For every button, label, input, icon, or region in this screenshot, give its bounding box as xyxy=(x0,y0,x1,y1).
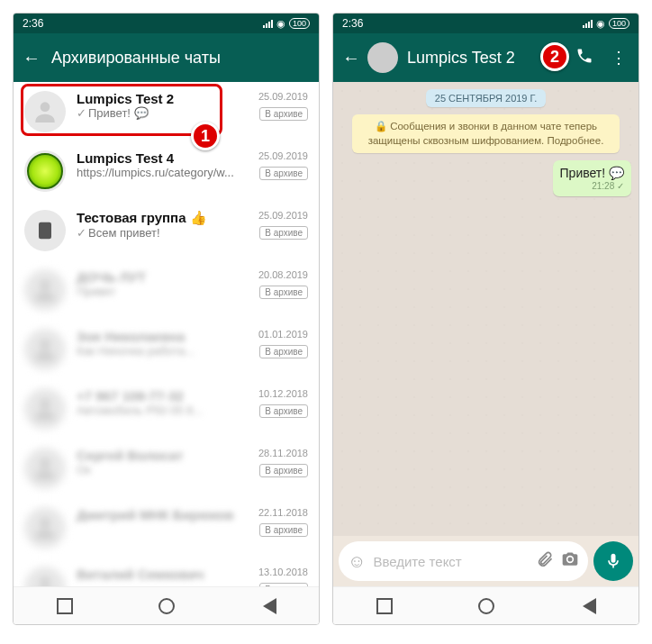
archived-badge: В архиве xyxy=(259,107,308,121)
chat-row[interactable]: Зоя НиколаевнаКак Ниночка работа...01.01… xyxy=(14,320,319,379)
svg-point-3 xyxy=(41,340,50,349)
chat-date: 22.11.2018 xyxy=(247,507,308,518)
battery-icon: 100 xyxy=(289,18,310,29)
svg-point-6 xyxy=(41,518,50,528)
archived-badge: В архиве xyxy=(259,523,308,537)
status-bar: 2:36 ◉ 100 xyxy=(14,14,319,33)
message-bubble-outgoing[interactable]: Привет! 💬 21:28 ✓ xyxy=(553,160,631,196)
app-bar-archived: ← Архивированные чаты xyxy=(14,33,319,82)
archived-badge: В архиве xyxy=(259,583,308,586)
status-icons: ◉ 100 xyxy=(583,18,629,30)
svg-point-5 xyxy=(41,458,50,468)
chat-avatar[interactable] xyxy=(367,42,398,73)
chat-name: Дмитрий МНК Бирюков xyxy=(77,507,236,522)
android-nav-bar xyxy=(333,586,638,624)
message-input[interactable]: ☺ Введите текст xyxy=(339,541,588,581)
avatar[interactable] xyxy=(24,388,66,430)
chat-date: 28.11.2018 xyxy=(247,448,308,458)
message-meta: 21:28 ✓ xyxy=(560,181,624,191)
chat-row[interactable]: Дмитрий МНК Бирюков 22.11.2018В архиве xyxy=(14,498,319,558)
avatar[interactable] xyxy=(24,210,66,251)
chat-last-message: Как Ниночка работа... xyxy=(77,344,236,358)
nav-back-icon[interactable] xyxy=(580,598,596,614)
message-input-bar: ☺ Введите текст xyxy=(333,536,638,586)
chat-row[interactable]: Тестовая группа 👍✓Всем привет!25.09.2019… xyxy=(14,201,319,260)
avatar[interactable] xyxy=(24,150,66,192)
app-bar-chat: ← Lumpics Test 2 ⋮ xyxy=(333,33,638,82)
text-field[interactable]: Введите текст xyxy=(373,554,529,569)
chat-last-message: Привет xyxy=(77,285,236,298)
archived-badge: В архиве xyxy=(259,404,308,418)
emoji-icon[interactable]: ☺ xyxy=(348,551,366,572)
nav-recent-icon[interactable] xyxy=(57,598,73,614)
chat-row[interactable]: ДОЧЬ ЛУТПривет20.08.2019В архиве xyxy=(14,260,319,320)
camera-icon[interactable] xyxy=(561,550,579,573)
phone-left: 2:36 ◉ 100 ← Архивированные чаты Lumpics… xyxy=(13,13,320,625)
avatar[interactable] xyxy=(24,448,66,489)
check-icon: ✓ xyxy=(77,106,86,120)
status-bar: 2:36 ◉ 100 xyxy=(333,14,638,33)
chat-messages-area[interactable]: 25 СЕНТЯБРЯ 2019 Г. 🔒 Сообщения и звонки… xyxy=(333,82,638,536)
clock: 2:36 xyxy=(23,17,43,30)
chat-name: ДОЧЬ ЛУТ xyxy=(77,269,236,285)
signal-icon xyxy=(583,20,593,28)
page-title: Архивированные чаты xyxy=(51,49,312,68)
back-arrow-icon[interactable]: ← xyxy=(340,48,362,68)
battery-icon: 100 xyxy=(609,18,629,29)
chat-name: Lumpics Test 2 xyxy=(77,91,236,106)
chat-date: 25.09.2019 xyxy=(247,150,308,161)
svg-point-4 xyxy=(41,399,50,409)
chat-date: 25.09.2019 xyxy=(247,210,308,221)
archived-badge: В архиве xyxy=(259,345,308,358)
avatar[interactable] xyxy=(24,507,66,549)
signal-icon xyxy=(263,20,273,28)
svg-rect-1 xyxy=(39,222,51,240)
svg-point-0 xyxy=(41,102,50,112)
archived-chat-list[interactable]: Lumpics Test 2✓Привет! 💬25.09.2019В архи… xyxy=(14,82,319,586)
nav-home-icon[interactable] xyxy=(478,598,494,614)
phone-right: 2:36 ◉ 100 ← Lumpics Test 2 ⋮ 25 СЕНТЯБР… xyxy=(332,13,639,625)
chat-last-message: Ок xyxy=(77,463,236,476)
chat-name: +7 967 108-77-32 xyxy=(77,388,236,404)
wifi-icon: ◉ xyxy=(596,18,605,30)
encryption-notice[interactable]: 🔒 Сообщения и звонки в данном чате тепер… xyxy=(352,114,620,153)
check-icon: ✓ xyxy=(77,226,86,240)
chat-row[interactable]: +7 967 108-77-32Автомобиль P50 05 8...10… xyxy=(14,379,319,439)
archived-badge: В архиве xyxy=(259,226,308,240)
wifi-icon: ◉ xyxy=(276,18,285,30)
chat-date: 13.10.2018 xyxy=(247,567,308,577)
nav-back-icon[interactable] xyxy=(260,598,276,614)
chat-date: 20.08.2019 xyxy=(247,269,308,280)
clock: 2:36 xyxy=(342,17,363,30)
android-nav-bar xyxy=(14,586,319,624)
avatar[interactable] xyxy=(24,91,66,132)
chat-name: Зоя Николаевна xyxy=(77,329,236,344)
chat-last-message: ✓Всем привет! xyxy=(77,226,236,240)
svg-point-2 xyxy=(41,280,50,290)
avatar[interactable] xyxy=(24,567,66,586)
svg-point-7 xyxy=(41,577,50,586)
chat-row[interactable]: Сергей ВолосатОк28.11.2018В архиве xyxy=(14,439,319,498)
message-text: Привет! 💬 xyxy=(560,166,624,180)
avatar[interactable] xyxy=(24,329,66,370)
archived-badge: В архиве xyxy=(259,464,308,477)
back-arrow-icon[interactable]: ← xyxy=(21,48,42,68)
callout-marker-1: 1 xyxy=(191,122,220,150)
chat-name: Сергей Волосат xyxy=(77,448,236,463)
chat-row[interactable]: Lumpics Test 2✓Привет! 💬25.09.2019В архи… xyxy=(14,82,319,141)
more-icon[interactable]: ⋮ xyxy=(606,48,631,68)
nav-recent-icon[interactable] xyxy=(376,598,393,614)
voice-message-button[interactable] xyxy=(593,541,633,581)
chat-name: Виталий Семкович xyxy=(77,567,236,582)
chat-row[interactable]: Lumpics Test 4https://lumpics.ru/categor… xyxy=(14,141,319,201)
attach-icon[interactable] xyxy=(536,550,554,573)
status-icons: ◉ 100 xyxy=(263,18,310,30)
call-icon[interactable] xyxy=(572,47,597,69)
chat-date: 10.12.2018 xyxy=(247,388,308,399)
archived-badge: В архиве xyxy=(259,167,308,180)
nav-home-icon[interactable] xyxy=(158,598,175,614)
avatar[interactable] xyxy=(24,269,66,311)
chat-row[interactable]: Виталий Семкович 13.10.2018В архиве xyxy=(14,558,319,586)
date-separator: 25 СЕНТЯБРЯ 2019 Г. xyxy=(426,89,546,107)
chat-date: 01.01.2019 xyxy=(247,329,308,340)
